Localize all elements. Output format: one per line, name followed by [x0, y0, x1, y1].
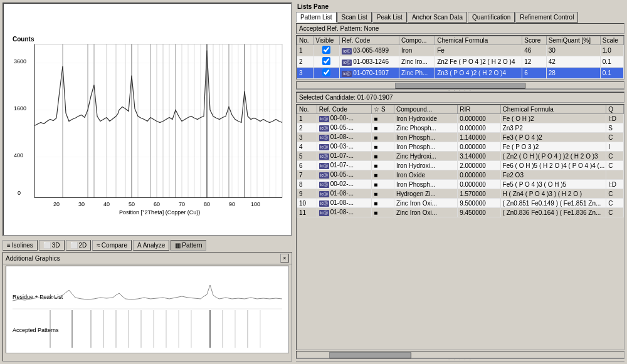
row-visible-checkbox[interactable]: [322, 57, 330, 65]
lower-table-container[interactable]: No. Ref. Code ☆ S Compound... RIR Chemic…: [296, 104, 624, 350]
2d-icon: ⬜: [70, 242, 78, 249]
analyze-icon: A: [137, 242, 142, 249]
svg-text:400: 400: [14, 152, 23, 159]
svg-text:50: 50: [129, 201, 135, 207]
lower-col-q: Q: [606, 105, 624, 114]
col-visible: Visible: [314, 36, 340, 45]
lower-table-row[interactable]: 2 ic⓪00-05-... ■ Zinc Phosph... 0.000000…: [297, 123, 624, 133]
compare-button[interactable]: ≈ Compare: [92, 240, 132, 251]
tab-refinement-control[interactable]: Refinement Control: [515, 12, 578, 23]
mini-chart: Residue + Peak List Accepted Patterns: [6, 266, 289, 353]
analyze-button[interactable]: A Analyze: [133, 240, 169, 251]
row-visible-checkbox[interactable]: [322, 68, 330, 76]
main-chart-container: Counts 3600 1600 400 0: [3, 3, 292, 236]
row-visible-checkbox[interactable]: [322, 46, 330, 54]
svg-text:Position [°2Theta] (Copper (Cu: Position [°2Theta] (Copper (Cu)): [119, 209, 200, 216]
additional-graphics-close[interactable]: ×: [280, 254, 289, 263]
compare-icon: ≈: [97, 242, 100, 249]
tab-scan-list[interactable]: Scan List: [337, 12, 372, 23]
svg-text:80: 80: [204, 201, 210, 207]
2d-button[interactable]: ⬜ 2D: [66, 240, 92, 251]
upper-scrollbar[interactable]: [296, 81, 624, 89]
lower-table-row[interactable]: 9 ic⓪01-08-... ■ Hydrogen Zi... 1.570000…: [297, 189, 624, 199]
lists-pane-title: Lists Pane: [296, 3, 624, 11]
accepted-patterns-label: Accepted Patterns: [13, 327, 59, 333]
col-ref-code: Ref. Code: [340, 36, 399, 45]
pattern-button[interactable]: ▦ Pattern: [171, 240, 206, 251]
chart-counts-label: Counts: [13, 36, 34, 43]
tab-anchor-scan-data[interactable]: Anchor Scan Data: [408, 12, 467, 23]
tab-peak-list[interactable]: Peak List: [372, 12, 407, 23]
lower-section: Selected Candidate: 01-070-1907 No. Ref.…: [296, 92, 624, 361]
col-semiquant: SemiQuant [%]: [546, 36, 600, 45]
svg-text:0: 0: [18, 190, 21, 196]
col-scale: Scale: [600, 36, 623, 45]
lower-col-compound: Compound...: [394, 105, 457, 114]
additional-graphics-panel: Additional Graphics × Residue + Peak Lis…: [3, 252, 292, 361]
svg-text:3600: 3600: [14, 58, 26, 65]
svg-text:20: 20: [53, 201, 60, 207]
left-panel: Counts 3600 1600 400 0: [0, 0, 295, 364]
right-panel: Lists Pane Pattern List Scan List Peak L…: [295, 0, 627, 364]
tab-quantification[interactable]: Quantification: [468, 12, 515, 23]
lower-table-row[interactable]: 5 ic⓪01-07-... ■ Zinc Hydroxi... 3.14000…: [297, 152, 624, 161]
lower-table-row[interactable]: 3 ic⓪01-08-... ■ Iron Phosph... 1.140000…: [297, 133, 624, 142]
col-chemical-formula: Chemical Formula: [435, 36, 522, 45]
lower-col-s: ☆ S: [372, 105, 394, 114]
lower-table-row[interactable]: 7 ic⓪00-05-... ■ Iron Oxide 0.000000 Fe2…: [297, 170, 624, 180]
additional-graphics-header: Additional Graphics ×: [3, 252, 292, 264]
residue-label: Residue + Peak List: [13, 294, 63, 300]
upper-table: No. Visible Ref. Code Compo... Chemical …: [297, 36, 624, 79]
upper-table-row[interactable]: 3 ic⓪01-070-1907 Zinc Ph... Zn3 ( P O 4 …: [297, 68, 624, 79]
lower-table-row[interactable]: 11 ic⓪01-08-... ■ Zinc Iron Oxi... 9.450…: [297, 208, 624, 217]
upper-table-section: No. Visible Ref. Code Compo... Chemical …: [296, 35, 624, 80]
col-score: Score: [522, 36, 546, 45]
tabs-row: Pattern List Scan List Peak List Anchor …: [296, 12, 624, 23]
svg-text:100: 100: [251, 201, 260, 207]
3d-icon: ⬜: [43, 242, 51, 249]
lower-table-row[interactable]: 1 ic⓪00-00-... ■ Iron Hydroxide 0.000000…: [297, 114, 624, 123]
lower-col-no: No.: [297, 105, 317, 114]
upper-table-row[interactable]: 1 ic⓪03-065-4899 Iron Fe 46 30 1.0: [297, 45, 624, 56]
lower-col-rir: RIR: [458, 105, 500, 114]
upper-table-row[interactable]: 2 ic⓪01-083-1246 Zinc Iro... Zn2 Fe ( P …: [297, 56, 624, 68]
selected-candidate-bar: Selected Candidate: 01-070-1907: [296, 92, 624, 103]
lower-col-ref-code: Ref. Code: [317, 105, 372, 114]
svg-text:90: 90: [229, 201, 235, 207]
tab-pattern-list[interactable]: Pattern List: [296, 12, 337, 23]
bottom-resize-bar[interactable]: · · · · ·: [296, 358, 624, 361]
col-no: No.: [297, 36, 314, 45]
svg-text:70: 70: [179, 201, 185, 207]
isolines-button[interactable]: ≡ Isolines: [3, 240, 38, 251]
svg-text:30: 30: [78, 201, 85, 207]
lower-table-row[interactable]: 6 ic⓪01-07-... ■ Iron Hydroxi... 2.00000…: [297, 161, 624, 170]
lower-scrollbar[interactable]: [296, 351, 624, 358]
3d-button[interactable]: ⬜ 3D: [39, 240, 65, 251]
lower-table: No. Ref. Code ☆ S Compound... RIR Chemic…: [297, 105, 624, 217]
lower-table-row[interactable]: 10 ic⓪01-08-... ■ Zinc Iron Oxi... 9.500…: [297, 199, 624, 208]
chart-toolbar: ≡ Isolines ⬜ 3D ⬜ 2D ≈ Compare A Analyze…: [3, 239, 292, 252]
svg-text:40: 40: [103, 201, 110, 207]
pattern-icon: ▦: [175, 242, 181, 249]
lower-col-chemical-formula: Chemical Formula: [500, 105, 606, 114]
svg-text:1600: 1600: [14, 105, 26, 112]
isolines-icon: ≡: [7, 242, 11, 249]
lower-table-row[interactable]: 4 ic⓪00-03-... ■ Iron Phosph... 0.000000…: [297, 142, 624, 152]
accepted-ref-bar: Accepted Ref. Pattern: None: [296, 23, 624, 34]
lower-table-row[interactable]: 8 ic⓪00-02-... ■ Iron Phosph... 0.000000…: [297, 180, 624, 189]
svg-text:60: 60: [154, 201, 160, 207]
col-compo: Compo...: [399, 36, 435, 45]
